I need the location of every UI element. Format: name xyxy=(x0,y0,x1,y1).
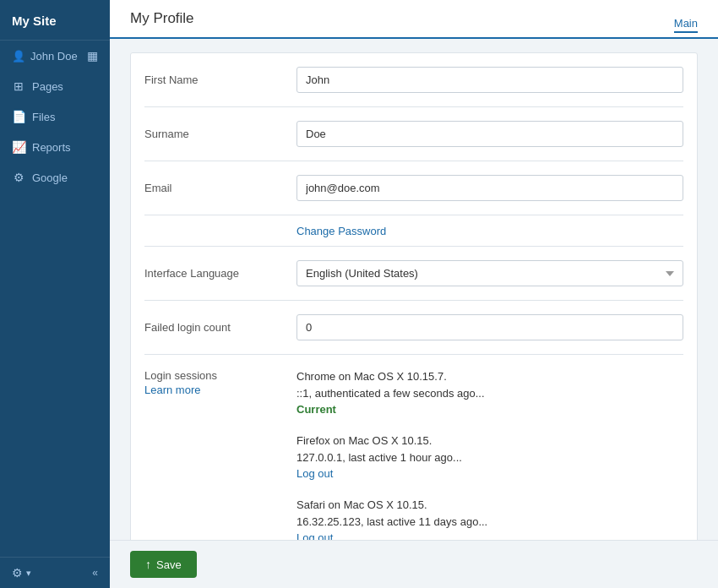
first-name-label: First Name xyxy=(144,74,296,86)
surname-label: Surname xyxy=(144,128,296,140)
session-2: Firefox on Mac OS X 10.15. 127.0.0.1, la… xyxy=(296,433,683,480)
user-icon: 👤 xyxy=(12,50,25,63)
user-page-icon[interactable]: ▦ xyxy=(87,49,98,63)
sidebar-item-reports[interactable]: 📈 Reports xyxy=(0,132,110,162)
sidebar-item-pages[interactable]: ⊞ Pages xyxy=(0,71,110,101)
email-row: Email xyxy=(144,161,683,215)
profile-form: First Name Surname Email xyxy=(130,52,698,540)
interface-language-select[interactable]: English (United States) xyxy=(296,260,683,286)
sidebar-item-files-label: Files xyxy=(32,111,55,123)
failed-login-label: Failed login count xyxy=(144,321,296,334)
session-1-browser: Chrome on Mac OS X 10.15.7. xyxy=(296,368,683,385)
user-name: John Doe xyxy=(30,50,78,63)
failed-login-row: Failed login count xyxy=(144,301,683,355)
surname-row: Surname xyxy=(144,107,683,161)
email-input[interactable] xyxy=(296,175,683,201)
session-3-detail: 16.32.25.123, last active 11 days ago... xyxy=(296,514,683,531)
session-3: Safari on Mac OS X 10.15. 16.32.25.123, … xyxy=(296,497,683,540)
sidebar-item-files[interactable]: 📄 Files xyxy=(0,101,110,132)
google-icon: ⚙ xyxy=(12,171,25,184)
email-label: Email xyxy=(144,182,296,194)
top-bar: My Profile Main xyxy=(110,0,718,39)
save-label: Save xyxy=(156,558,182,571)
tab-main[interactable]: Main xyxy=(674,17,698,33)
session-1: Chrome on Mac OS X 10.15.7. ::1, authent… xyxy=(296,368,683,416)
sidebar-title: My Site xyxy=(0,0,110,41)
session-3-logout[interactable]: Log out xyxy=(296,531,333,540)
sidebar-settings-dropdown[interactable]: ▾ xyxy=(26,568,31,579)
sessions-label: Login sessions xyxy=(144,369,217,382)
main-content: My Profile Main First Name Surname Email xyxy=(110,0,718,588)
first-name-row: First Name xyxy=(144,53,683,107)
interface-language-label: Interface Language xyxy=(144,267,296,280)
footer-bar: ↑ Save xyxy=(110,540,718,588)
user-row: 👤 John Doe ▦ xyxy=(0,41,110,71)
sidebar-bottom: ⚙ ▾ « xyxy=(0,557,110,588)
interface-language-row: Interface Language English (United State… xyxy=(144,247,683,301)
sidebar-collapse-icon[interactable]: « xyxy=(92,567,98,579)
sidebar: My Site 👤 John Doe ▦ ⊞ Pages 📄 Files 📈 R… xyxy=(0,0,110,588)
page-title: My Profile xyxy=(130,10,194,27)
surname-input[interactable] xyxy=(296,121,683,147)
pages-icon: ⊞ xyxy=(12,79,25,93)
sidebar-settings-icon[interactable]: ⚙ xyxy=(12,566,23,580)
first-name-input[interactable] xyxy=(296,67,683,93)
change-password-link[interactable]: Change Password xyxy=(296,225,386,237)
sessions-content: Chrome on Mac OS X 10.15.7. ::1, authent… xyxy=(296,368,683,540)
save-icon: ↑ xyxy=(145,558,151,571)
session-1-detail: ::1, authenticated a few seconds ago... xyxy=(296,385,683,402)
session-2-logout[interactable]: Log out xyxy=(296,467,333,480)
sessions-learn-more-link[interactable]: Learn more xyxy=(144,384,296,396)
session-2-browser: Firefox on Mac OS X 10.15. xyxy=(296,433,683,449)
reports-icon: 📈 xyxy=(12,140,25,154)
failed-login-input[interactable] xyxy=(296,314,683,340)
sidebar-item-google-label: Google xyxy=(32,172,68,184)
sessions-row: Login sessions Learn more Chrome on Mac … xyxy=(144,355,683,540)
content-area: First Name Surname Email xyxy=(110,39,718,540)
sidebar-item-reports-label: Reports xyxy=(32,141,71,154)
sidebar-item-google[interactable]: ⚙ Google xyxy=(0,162,110,193)
change-password-row: Change Password xyxy=(144,215,683,247)
save-button[interactable]: ↑ Save xyxy=(130,551,197,578)
files-icon: 📄 xyxy=(12,110,25,123)
session-2-detail: 127.0.0.1, last active 1 hour ago... xyxy=(296,449,683,466)
session-3-browser: Safari on Mac OS X 10.15. xyxy=(296,497,683,514)
sidebar-item-pages-label: Pages xyxy=(32,80,63,93)
session-1-status: Current xyxy=(296,403,683,416)
